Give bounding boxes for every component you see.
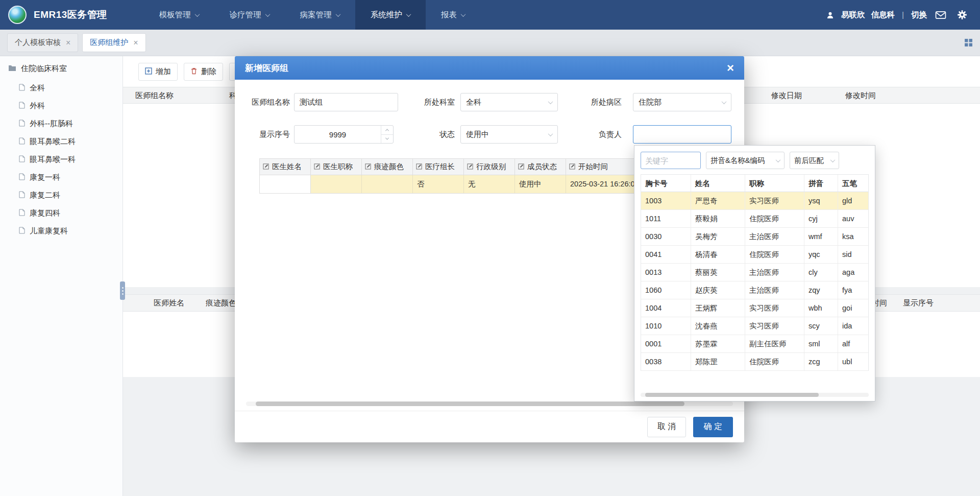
member-column-header[interactable]: 医疗组长 (413, 159, 464, 175)
column-doctor-name[interactable]: 医师姓名 (154, 298, 184, 308)
add-button[interactable]: 增加 (138, 63, 178, 81)
member-column-header[interactable]: 行政级别 (464, 159, 515, 175)
close-icon[interactable]: × (133, 39, 138, 47)
display-order-input[interactable] (295, 126, 381, 143)
menu-treatment-management[interactable]: 诊疗管理 (214, 0, 285, 30)
menu-reports[interactable]: 报表 (426, 0, 480, 30)
cell-badge-no: 0030 (641, 228, 691, 245)
close-icon[interactable]: × (66, 39, 70, 47)
column-display-order[interactable]: 显示序号 (903, 298, 934, 308)
doctor-row[interactable]: 1011 蔡毅娟 住院医师 cyj auv (641, 210, 868, 228)
ward-select[interactable]: 住院部 (633, 93, 731, 111)
confirm-button[interactable]: 确 定 (693, 417, 733, 437)
column-title[interactable]: 职称 (745, 175, 804, 192)
mail-icon[interactable] (933, 7, 948, 22)
panel-splitter-handle[interactable] (120, 281, 125, 300)
edit-icon (365, 163, 372, 171)
doctor-row[interactable]: 1003 严思奇 实习医师 ysq gld (641, 192, 868, 210)
sidebar-department-item[interactable]: 外科--肛肠科 (0, 115, 122, 133)
group-name-input[interactable] (294, 93, 398, 111)
display-order-stepper[interactable] (294, 125, 394, 144)
doctor-row[interactable]: 1060 赵庆英 主治医师 zqy fya (641, 281, 868, 299)
sidebar-department-item[interactable]: 外科 (0, 97, 122, 115)
menu-template-management[interactable]: 模板管理 (144, 0, 214, 30)
sidebar-department-item[interactable]: 全科 (0, 79, 122, 97)
cell-title: 实习医师 (745, 317, 804, 335)
doctor-row[interactable]: 1010 沈春燕 实习医师 scy ida (641, 317, 868, 335)
sidebar-department-item[interactable]: 眼耳鼻喉二科 (0, 133, 122, 151)
sidebar-department-item[interactable]: 儿童康复科 (0, 222, 122, 240)
doctor-row[interactable]: 0041 杨清春 住院医师 yqc sid (641, 246, 868, 264)
stepper-down-button[interactable] (381, 134, 393, 144)
picker-scrollbar-thumb[interactable] (645, 393, 819, 397)
dialog-header[interactable]: 新增医师组 × (235, 56, 744, 80)
cell-trace-color[interactable] (362, 175, 413, 193)
delete-button[interactable]: 删除 (184, 63, 223, 81)
status-select-value: 使用中 (466, 130, 549, 139)
sidebar-department-item[interactable]: 眼耳鼻喉一科 (0, 151, 122, 169)
app-title: EMR13医务管理 (34, 8, 107, 21)
column-badge-no[interactable]: 胸卡号 (641, 175, 691, 192)
chevron-down-icon (722, 99, 727, 104)
menu-label: 报表 (441, 10, 457, 20)
doctor-row[interactable]: 0001 苏墨霖 副主任医师 sml alf (641, 335, 868, 353)
tree-root-inpatient-clinical-depts[interactable]: 住院临床科室 (0, 56, 122, 79)
doctor-row[interactable]: 1004 王炳辉 实习医师 wbh goi (641, 299, 868, 317)
doctor-row[interactable]: 0013 蔡丽英 主治医师 cly aga (641, 264, 868, 281)
switch-user-button[interactable]: 切换 (911, 10, 927, 20)
cell-member-status[interactable]: 使用中 (515, 175, 566, 193)
cell-title: 住院医师 (745, 246, 804, 263)
document-icon (19, 191, 25, 200)
cell-doctor-name[interactable] (260, 175, 311, 193)
grid-layout-icon[interactable] (964, 38, 973, 47)
column-name[interactable]: 姓名 (691, 175, 745, 192)
add-button-label: 增加 (156, 67, 171, 77)
column-wubi[interactable]: 五笔 (838, 175, 868, 192)
edit-icon (263, 163, 270, 171)
cell-wubi: auv (838, 210, 868, 227)
member-column-header[interactable]: 医生职称 (311, 159, 362, 175)
sidebar-department-item[interactable]: 康复二科 (0, 186, 122, 204)
member-column-header[interactable]: 成员状态 (515, 159, 566, 175)
menu-medical-record-management[interactable]: 病案管理 (285, 0, 355, 30)
horizontal-scrollbar-track[interactable] (246, 401, 733, 406)
leader-input[interactable] (633, 125, 731, 144)
cancel-button[interactable]: 取 消 (647, 417, 686, 437)
tab-doctor-group-maintenance[interactable]: 医师组维护 × (82, 33, 145, 52)
close-icon[interactable]: × (727, 62, 734, 74)
cell-doctor-title[interactable] (311, 175, 362, 193)
application-window: EMR13医务管理 模板管理 诊疗管理 病案管理 系统维护 报表 (0, 0, 980, 496)
picker-scrollbar-track[interactable] (641, 393, 869, 397)
member-column-header[interactable]: 医生姓名 (260, 159, 311, 175)
department-label: 外科 (30, 101, 45, 111)
cell-title: 主治医师 (745, 264, 804, 281)
picker-controls: 拼音&名称&编码 前后匹配 (641, 152, 869, 169)
member-column-label: 痕迹颜色 (374, 162, 404, 172)
match-mode-value: 拼音&名称&编码 (710, 156, 774, 166)
sidebar-department-item[interactable]: 康复四科 (0, 204, 122, 222)
tab-personal-template-review[interactable]: 个人模板审核 × (7, 33, 78, 52)
menu-system-maintenance[interactable]: 系统维护 (355, 0, 426, 30)
cell-admin-level[interactable]: 无 (464, 175, 515, 193)
column-modify-time[interactable]: 修改时间 (845, 91, 876, 101)
cell-is-leader[interactable]: 否 (413, 175, 464, 193)
user-name[interactable]: 易联欣 (841, 10, 865, 20)
gear-icon[interactable] (954, 7, 970, 22)
column-trace-color[interactable]: 痕迹颜色 (206, 298, 236, 308)
match-mode-select[interactable]: 拼音&名称&编码 (706, 152, 785, 169)
edit-icon (518, 163, 525, 171)
column-group-name[interactable]: 医师组名称 (135, 91, 174, 101)
keyword-search-input[interactable] (641, 152, 701, 169)
match-scope-select[interactable]: 前后匹配 (790, 152, 839, 169)
doctor-row[interactable]: 0030 吴梅芳 主治医师 wmf ksa (641, 228, 868, 246)
stepper-up-button[interactable] (381, 126, 393, 134)
sidebar-department-item[interactable]: 康复一科 (0, 169, 122, 186)
column-modify-date[interactable]: 修改日期 (771, 91, 802, 101)
member-column-header[interactable]: 痕迹颜色 (362, 159, 413, 175)
doctor-row[interactable]: 0038 郑陈罡 住院医师 zcg ubl (641, 353, 868, 371)
cell-badge-no: 1011 (641, 210, 691, 227)
horizontal-scrollbar-thumb[interactable] (256, 401, 684, 406)
department-select[interactable]: 全科 (460, 93, 558, 111)
column-pinyin[interactable]: 拼音 (804, 175, 838, 192)
status-select[interactable]: 使用中 (460, 125, 558, 144)
